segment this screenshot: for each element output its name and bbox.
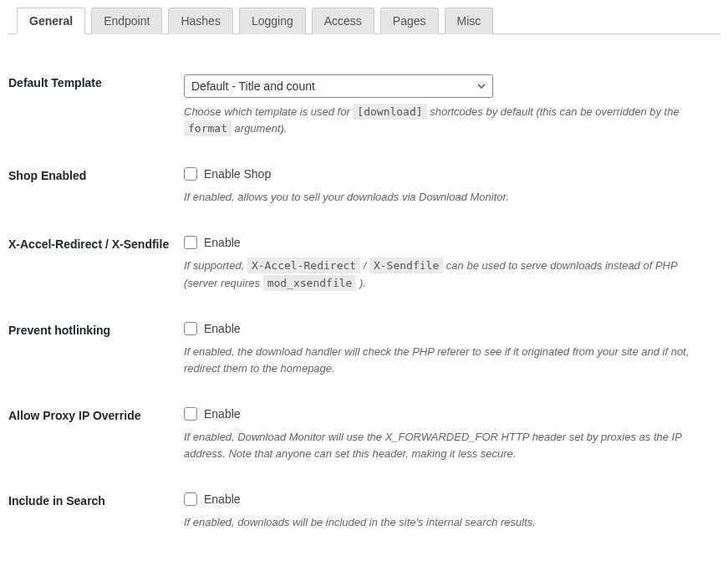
label-hotlinking: Prevent hotlinking bbox=[8, 307, 184, 392]
code-xsendfile: X-Sendfile bbox=[369, 258, 443, 273]
code-xaccel: X-Accel-Redirect bbox=[247, 258, 360, 273]
hotlinking-checkbox[interactable] bbox=[184, 322, 197, 335]
label-xaccel: X-Accel-Redirect / X-Sendfile bbox=[8, 221, 184, 306]
code-format: format bbox=[184, 120, 232, 136]
settings-form: Default Template Default - Title and cou… bbox=[8, 59, 720, 546]
tab-misc[interactable]: Misc bbox=[445, 8, 494, 34]
hotlinking-checkbox-label[interactable]: Enable bbox=[184, 322, 241, 335]
include-search-text: Enable bbox=[204, 492, 241, 506]
xaccel-text: Enable bbox=[204, 236, 241, 249]
tab-hashes[interactable]: Hashes bbox=[168, 8, 232, 34]
proxy-ip-checkbox-label[interactable]: Enable bbox=[184, 407, 241, 421]
code-modxsendfile: mod_xsendfile bbox=[263, 275, 357, 291]
proxy-ip-text: Enable bbox=[204, 407, 241, 421]
proxy-ip-checkbox[interactable] bbox=[184, 407, 197, 421]
tab-logging[interactable]: Logging bbox=[239, 8, 306, 34]
shop-enabled-checkbox[interactable] bbox=[184, 167, 197, 181]
label-proxy-ip: Allow Proxy IP Override bbox=[8, 392, 184, 477]
code-download: [download] bbox=[353, 104, 426, 120]
tab-access[interactable]: Access bbox=[312, 8, 374, 34]
shop-enabled-description: If enabled, allows you to sell your down… bbox=[184, 189, 711, 206]
label-shop-enabled: Shop Enabled bbox=[8, 152, 184, 221]
include-search-description: If enabled, downloads will be included i… bbox=[184, 514, 711, 531]
include-search-checkbox-label[interactable]: Enable bbox=[184, 492, 241, 506]
xaccel-description: If supported, X-Accel-Redirect / X-Sendf… bbox=[184, 258, 711, 291]
shop-enabled-text: Enable Shop bbox=[204, 167, 271, 181]
include-search-checkbox[interactable] bbox=[184, 492, 197, 506]
label-default-template: Default Template bbox=[8, 59, 184, 152]
xaccel-checkbox[interactable] bbox=[184, 236, 197, 249]
xaccel-checkbox-label[interactable]: Enable bbox=[184, 236, 241, 249]
hotlinking-description: If enabled, the download handler will ch… bbox=[184, 344, 711, 377]
default-template-description: Choose which template is used for [downl… bbox=[184, 104, 711, 137]
settings-tabs: General Endpoint Hashes Logging Access P… bbox=[8, 7, 720, 34]
tab-endpoint[interactable]: Endpoint bbox=[91, 8, 162, 34]
tab-general[interactable]: General bbox=[17, 8, 85, 34]
hotlinking-text: Enable bbox=[204, 322, 241, 335]
label-include-search: Include in Search bbox=[8, 477, 184, 546]
default-template-select[interactable]: Default - Title and count bbox=[184, 74, 493, 98]
proxy-ip-description: If enabled, Download Monitor will use th… bbox=[184, 429, 711, 462]
tab-pages[interactable]: Pages bbox=[380, 8, 439, 34]
shop-enabled-checkbox-label[interactable]: Enable Shop bbox=[184, 167, 271, 181]
